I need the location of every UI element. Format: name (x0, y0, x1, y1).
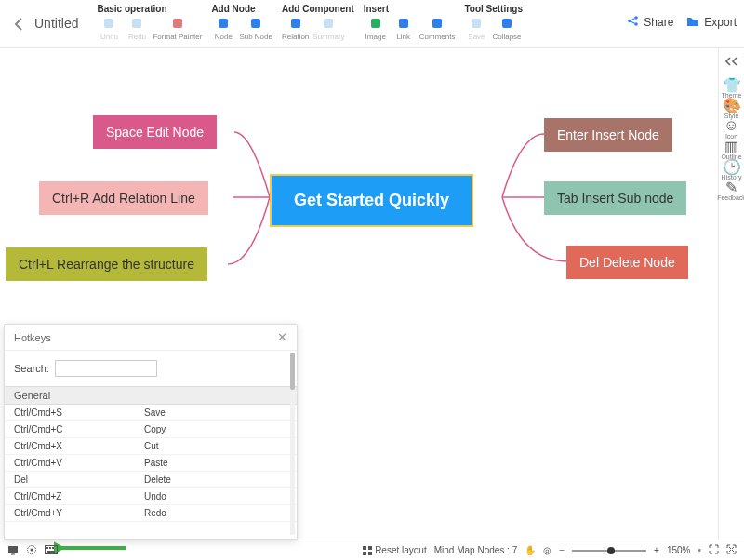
format-painter-icon (170, 16, 185, 31)
node-left3[interactable]: Ctrl+L Rearrange the structure (6, 247, 207, 281)
search-input[interactable] (55, 360, 157, 377)
tool-label: Undo (100, 33, 118, 41)
hotkey-key: Ctrl/Cmd+V (14, 458, 144, 468)
comments-button[interactable]: Comments (419, 16, 456, 41)
svg-rect-4 (251, 19, 260, 28)
tool-group-label: Basic operation (97, 4, 202, 14)
close-icon[interactable]: ✕ (277, 330, 287, 344)
hotkey-key: Ctrl/Cmd+S (14, 407, 144, 418)
hotkey-action: Copy (144, 424, 166, 434)
export-button[interactable]: Export (686, 16, 737, 30)
svg-rect-24 (363, 546, 366, 550)
export-label: Export (704, 16, 737, 29)
hotkeys-popup: Hotkeys ✕ Search: General Ctrl/Cmd+SSave… (4, 324, 298, 540)
relation-icon (288, 16, 303, 31)
hand-icon[interactable]: ✋ (525, 545, 536, 555)
collapse-button[interactable]: Collapse (492, 16, 521, 41)
svg-point-13 (634, 16, 638, 20)
hotkey-row: DelDelete (5, 472, 297, 488)
svg-point-18 (31, 548, 33, 551)
share-icon (627, 15, 639, 30)
document-title[interactable]: Untitled (34, 16, 78, 31)
gear-icon[interactable] (26, 544, 37, 557)
reset-layout-button[interactable]: Reset layout (363, 545, 427, 555)
hotkey-row: Ctrl/Cmd+VPaste (5, 455, 297, 472)
svg-rect-22 (52, 547, 54, 549)
style-icon: 🎨 (725, 99, 738, 112)
svg-rect-25 (368, 546, 372, 550)
central-node[interactable]: Get Started Quickly (270, 174, 473, 227)
summary-button: Summary (312, 16, 344, 41)
zoom-in-button[interactable]: + (654, 545, 659, 555)
tool-label: Node (215, 33, 232, 41)
outline-icon: ▥ (725, 140, 738, 153)
node-button[interactable]: Node (211, 16, 235, 41)
tool-group-label: Insert (364, 4, 456, 14)
node-icon (216, 16, 231, 31)
save-icon (469, 16, 484, 31)
theme-icon: 👕 (725, 78, 738, 91)
image-icon (368, 16, 383, 31)
svg-rect-20 (46, 547, 48, 549)
tool-label: Format Painter (153, 33, 202, 41)
tool-label: Image (365, 33, 386, 41)
tool-label: Redo (128, 33, 146, 41)
svg-point-14 (634, 22, 638, 26)
fit-icon[interactable] (709, 544, 719, 556)
relation-button[interactable]: Relation (282, 16, 309, 41)
hotkey-action: Paste (144, 458, 168, 468)
hotkey-row: Ctrl/Cmd+YRedo (5, 505, 297, 522)
format-painter-button[interactable]: Format Painter (153, 16, 202, 41)
tool-group-label: Add Component (282, 4, 354, 14)
tool-label: Sub Node (239, 33, 272, 41)
svg-rect-7 (371, 19, 380, 28)
feedback-icon: ✎ (725, 180, 738, 193)
hotkey-row: Ctrl/Cmd+CCopy (5, 421, 297, 438)
zoom-slider[interactable] (572, 550, 646, 552)
collapse-icon (499, 16, 514, 31)
hotkey-action: Redo (144, 508, 166, 518)
popup-section: General (5, 386, 297, 405)
svg-rect-16 (8, 546, 18, 553)
tool-label: Collapse (492, 33, 521, 41)
side-feedback[interactable]: ✎Feedback (717, 180, 744, 201)
svg-rect-1 (132, 19, 141, 28)
side-style[interactable]: 🎨Style (717, 99, 744, 119)
share-button[interactable]: Share (627, 15, 673, 30)
folder-icon (686, 16, 699, 30)
hotkey-key: Ctrl/Cmd+Z (14, 491, 144, 501)
icon-icon: ☺ (725, 119, 738, 132)
svg-rect-23 (47, 551, 55, 553)
presentation-icon[interactable] (7, 544, 19, 557)
svg-rect-3 (219, 19, 228, 28)
node-left2[interactable]: Ctrl+R Add Relation Line (39, 181, 208, 215)
svg-rect-2 (173, 19, 182, 28)
target-icon[interactable]: ◎ (543, 545, 551, 555)
collapse-panel-button[interactable] (725, 54, 738, 69)
node-right3[interactable]: Del Delete Node (566, 246, 688, 279)
node-right1[interactable]: Enter Insert Node (544, 118, 672, 152)
hotkey-row: Ctrl/Cmd+XCut (5, 438, 297, 455)
history-icon: 🕑 (725, 160, 738, 173)
node-right2[interactable]: Tab Insert Sub node (544, 181, 686, 215)
svg-rect-5 (291, 19, 300, 28)
link-button[interactable]: Link (392, 16, 416, 41)
tool-group-label: Add Node (211, 4, 272, 14)
tool-label: Link (396, 33, 410, 41)
node-count: Mind Map Nodes : 7 (434, 545, 518, 555)
svg-rect-26 (363, 552, 366, 555)
zoom-out-button[interactable]: − (559, 545, 565, 555)
redo-icon (129, 16, 144, 31)
keyboard-icon[interactable] (45, 545, 58, 556)
back-button[interactable] (10, 16, 27, 33)
tool-group-label: Tool Settings (464, 4, 523, 14)
node-left1[interactable]: Space Edit Node (93, 115, 217, 149)
svg-rect-0 (104, 19, 113, 28)
summary-icon (321, 16, 336, 31)
sub-node-button[interactable]: Sub Node (239, 16, 272, 41)
hotkey-action: Delete (144, 474, 171, 485)
image-button[interactable]: Image (364, 16, 388, 41)
fullscreen-icon[interactable] (726, 544, 737, 556)
undo-icon (101, 16, 116, 31)
popup-scrollbar[interactable] (290, 353, 295, 535)
